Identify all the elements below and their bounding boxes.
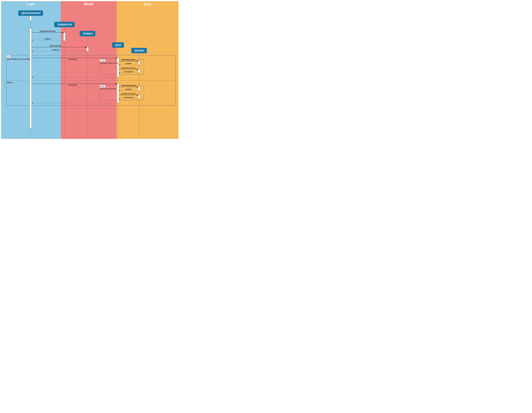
lane-quiz-title: Quiz — [117, 2, 178, 6]
guard-loop2: [numToQuiz times] — [101, 88, 116, 90]
label-ret-subject: subject — [44, 38, 51, 40]
participant-system: :System — [131, 48, 147, 53]
act-quizcommand-main — [29, 28, 32, 129]
frame-loop1-tag: Loop — [100, 59, 105, 62]
participant-subject: :Subject — [80, 31, 95, 36]
arrow-corr2 — [119, 98, 138, 99]
participant-quiz: :Quiz — [112, 42, 124, 48]
arrow-check1 — [119, 69, 138, 69]
guard-loop1: [CardList.size() times] — [101, 62, 118, 64]
arrow-println2 — [119, 87, 138, 87]
label-check2: checkCorrectness — [121, 93, 136, 95]
act-subject-getcardlist — [86, 47, 89, 52]
participant-subjectlist: :SubjectList — [54, 22, 75, 27]
label-execute1: execute() — [68, 58, 76, 60]
label-check1: checkCorrectness — [121, 67, 136, 69]
frame-loop2-tag: Loop — [100, 85, 105, 88]
arrow-answer1 — [119, 65, 138, 65]
frame-alt-tag: alt — [6, 55, 10, 58]
label-corr2: correctness — [124, 96, 133, 98]
act-system-check2 — [138, 95, 140, 99]
label-ret-cardlist: cardList — [52, 49, 59, 51]
act-system-print1 — [138, 61, 140, 65]
act-system-print2 — [138, 87, 140, 90]
act-quiz-exec2 — [117, 83, 119, 103]
act-quizcommand-create — [29, 16, 32, 21]
arrow-getsubject — [32, 32, 63, 33]
arrow-execute1 — [32, 58, 117, 58]
label-println2: println(question) — [122, 84, 135, 87]
act-subjectlist-getsubject — [63, 32, 66, 41]
label-answer1: answer — [125, 63, 132, 65]
guard-alt-2: [Else] — [7, 82, 12, 84]
label-println1: println(question) — [122, 59, 135, 61]
arrow-check2 — [119, 95, 138, 95]
arrow-ret-exec2 — [32, 103, 117, 103]
label-getsubject: getSubject(index) — [39, 30, 56, 32]
arrow-execute2 — [32, 84, 117, 84]
participant-quizcommand: :QuizCommand — [18, 10, 43, 16]
label-answer2: answer — [125, 88, 132, 90]
lane-model-title: Model — [61, 2, 117, 6]
lane-logic-title: Logic — [1, 2, 61, 6]
act-quiz-exec1 — [117, 57, 119, 77]
label-execute2: execute() — [68, 84, 76, 86]
label-corr1: correctness — [124, 71, 133, 73]
act-system-check1 — [138, 69, 140, 73]
frame-alt: alt — [6, 55, 176, 105]
guard-alt-1: [numToQuiz not specified] — [7, 58, 30, 60]
label-getcardlist: getCardList() — [50, 45, 61, 47]
sequence-diagram: Logic Model Quiz :QuizCommand :SubjectLi… — [1, 1, 179, 139]
